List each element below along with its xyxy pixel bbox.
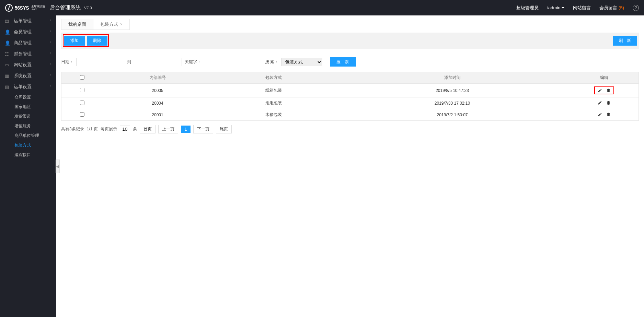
pager-unit: 条	[133, 126, 137, 132]
sidebar-item[interactable]: 👤商品管理˅	[0, 37, 56, 48]
page-current[interactable]: 1	[181, 126, 191, 133]
search-type-label: 搜 索：	[265, 59, 278, 65]
sidebar-item[interactable]: ▤运单管理˅	[0, 15, 56, 26]
date-from-input[interactable]	[76, 58, 124, 66]
table-header-row: 内部编号 包装方式 添加时间 编辑	[61, 72, 639, 84]
page-next[interactable]: 下一页	[193, 125, 213, 133]
chevron-down-icon: ˅	[49, 52, 51, 56]
highlight-add-delete: 添加 删除	[63, 34, 109, 47]
date-label: 日期：	[61, 59, 73, 65]
keyword-input[interactable]	[204, 58, 262, 66]
logo-text: 56SYS	[15, 5, 29, 11]
sidebar-item[interactable]: ▭网站设置˅	[0, 59, 56, 70]
pagination: 共有3条记录 1/1 页 每页展示 条 首页 上一页 1 下一页 尾页	[56, 121, 644, 138]
data-table: 内部编号 包装方式 添加时间 编辑 20005纸箱包装2019/8/5 10:4…	[61, 72, 639, 121]
tab-label: 我的桌面	[68, 21, 86, 27]
member-message-count: (5)	[619, 5, 624, 10]
member-message-link[interactable]: 会员留言 (5)	[599, 5, 624, 11]
delete-button[interactable]: 删除	[87, 36, 107, 46]
page-first[interactable]: 首页	[140, 125, 156, 133]
chevron-down-icon: ˅	[49, 63, 51, 67]
tab-packaging[interactable]: 包装方式 ×	[93, 19, 130, 30]
menu-icon: ▤	[5, 19, 10, 24]
delete-icon[interactable]	[606, 88, 611, 93]
page-last[interactable]: 尾页	[216, 125, 232, 133]
chevron-down-icon: ˅	[49, 41, 51, 45]
sidebar-collapse-handle[interactable]: ◀	[56, 160, 60, 173]
app-header: 56SYS 全球物流通 .com 后台管理系统 V7.0 超级管理员 iadmi…	[0, 0, 644, 15]
search-button[interactable]: 搜 索	[330, 57, 356, 67]
edit-icon[interactable]	[598, 101, 602, 105]
select-all-checkbox[interactable]	[80, 75, 84, 80]
user-name: iadmin	[547, 5, 560, 10]
row-checkbox[interactable]	[80, 101, 84, 105]
col-code: 内部编号	[103, 72, 212, 84]
logo: 56SYS 全球物流通 .com	[5, 4, 45, 12]
delete-icon[interactable]	[606, 101, 611, 105]
sidebar-item[interactable]: 👤会员管理˅	[0, 26, 56, 37]
sidebar-item[interactable]: ▦系统设置˅	[0, 70, 56, 81]
chevron-down-icon: ˅	[49, 74, 51, 78]
pager-summary: 共有3条记录	[61, 126, 84, 132]
add-button[interactable]: 添加	[64, 36, 85, 46]
page-prev[interactable]: 上一页	[158, 125, 178, 133]
row-actions	[598, 112, 611, 117]
chevron-down-icon: ˅	[49, 30, 51, 34]
role-label: 超级管理员	[516, 5, 539, 11]
sidebar-subitem[interactable]: 增值服务	[0, 121, 56, 131]
sidebar-subitem[interactable]: 发货渠道	[0, 111, 56, 121]
site-message-link[interactable]: 网站留言	[573, 5, 591, 11]
sidebar-subitem[interactable]: 仓库设置	[0, 92, 56, 102]
menu-icon: ☷	[5, 51, 10, 57]
menu-icon: 👤	[5, 40, 10, 46]
edit-icon[interactable]	[598, 88, 602, 93]
delete-icon[interactable]	[606, 112, 611, 117]
row-checkbox[interactable]	[80, 112, 84, 117]
menu-icon: ▭	[5, 62, 10, 68]
cell-code: 20005	[103, 84, 212, 97]
table-row: 20001木箱包装2019/7/2 1:50:07	[61, 109, 639, 121]
date-to-input[interactable]	[134, 58, 182, 66]
user-dropdown[interactable]: iadmin	[547, 5, 564, 10]
help-icon[interactable]: ?	[633, 5, 639, 11]
sidebar-subitem[interactable]: 包装方式	[0, 140, 56, 150]
chevron-up-icon: ˄	[49, 85, 51, 89]
col-edit: 编辑	[570, 72, 639, 84]
tab-label: 包装方式	[100, 21, 118, 27]
search-type-select[interactable]: 包装方式	[281, 58, 322, 66]
cell-type: 泡泡包装	[212, 97, 335, 109]
cell-type: 木箱包装	[212, 109, 335, 121]
menu-icon: 👤	[5, 30, 10, 35]
close-icon[interactable]: ×	[120, 22, 123, 27]
app-title: 后台管理系统	[50, 4, 81, 11]
col-type: 包装方式	[212, 72, 335, 84]
sidebar-item[interactable]: ☷财务管理˅	[0, 48, 56, 59]
row-checkbox[interactable]	[80, 88, 84, 92]
cell-type: 纸箱包装	[212, 84, 335, 97]
header-right: 超级管理员 iadmin 网站留言 会员留言 (5) ?	[516, 5, 639, 11]
date-to-label: 到	[127, 59, 131, 65]
edit-icon[interactable]	[598, 112, 602, 117]
per-page-input[interactable]	[120, 126, 130, 133]
row-actions	[594, 86, 614, 94]
main-content: ◀ 我的桌面 包装方式 × 添加 删除 刷 新 日期： 到 关键字：	[56, 15, 644, 317]
col-time: 添加时间	[335, 72, 570, 84]
sidebar-item-label: 运单设置	[14, 84, 32, 90]
table-row: 20005纸箱包装2019/8/5 10:47:23	[61, 84, 639, 97]
refresh-button[interactable]: 刷 新	[613, 36, 637, 46]
sidebar-subitem[interactable]: 国家地区	[0, 102, 56, 111]
keyword-label: 关键字：	[185, 59, 201, 65]
sidebar-item[interactable]: ▤运单设置˄	[0, 81, 56, 92]
cell-code: 20001	[103, 109, 212, 121]
filter-bar: 日期： 到 关键字： 搜 索： 包装方式 搜 索	[56, 49, 644, 72]
row-actions	[598, 101, 611, 105]
cell-code: 20004	[103, 97, 212, 109]
sidebar-item-label: 运单管理	[14, 18, 32, 24]
sidebar-subitem[interactable]: 追踪接口	[0, 150, 56, 160]
sidebar-subitem[interactable]: 商品单位管理	[0, 131, 56, 140]
tab-desktop[interactable]: 我的桌面	[61, 19, 93, 30]
chevron-down-icon	[562, 7, 564, 9]
table-row: 20004泡泡包装2019/7/30 17:02:10	[61, 97, 639, 109]
toolbar: 添加 删除 刷 新	[61, 33, 639, 49]
cell-time: 2019/7/2 1:50:07	[335, 109, 570, 121]
